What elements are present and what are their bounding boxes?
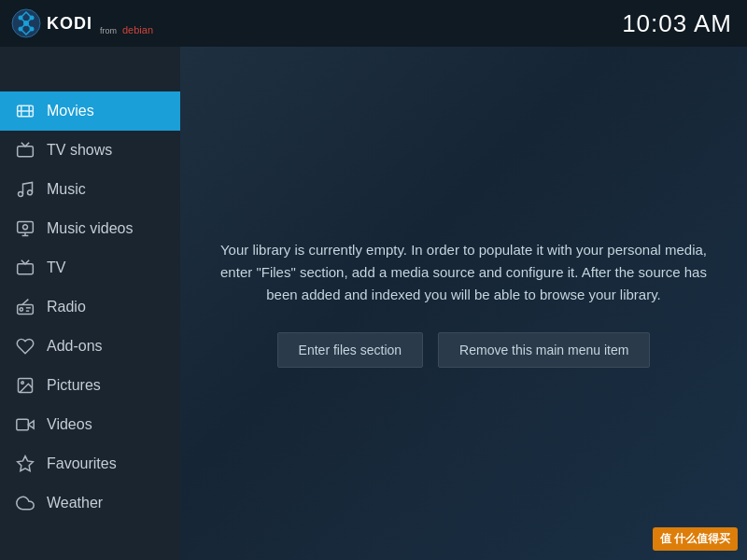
clock-display: 10:03 AM: [622, 9, 732, 38]
action-buttons: Enter files section Remove this main men…: [277, 332, 651, 368]
sidebar-label-weather: Weather: [47, 495, 103, 511]
tv-icon: [15, 258, 35, 278]
logo-area: KODI from debian: [11, 8, 153, 38]
svg-rect-17: [18, 222, 34, 233]
pictures-icon: [15, 375, 35, 396]
svg-point-18: [23, 225, 28, 230]
watermark: 值 什么值得买: [653, 527, 738, 551]
tvshows-icon: [15, 140, 35, 161]
sidebar-item-movies[interactable]: Movies: [0, 91, 180, 131]
svg-point-15: [19, 192, 23, 197]
svg-marker-28: [28, 421, 34, 428]
header: KODI from debian 10:03 AM: [0, 0, 747, 47]
favourites-icon: [15, 454, 35, 474]
music-icon: [15, 179, 35, 200]
sidebar-item-addons[interactable]: Add-ons: [0, 327, 180, 366]
sidebar-label-favourites: Favourites: [47, 455, 117, 472]
svg-point-2: [23, 21, 29, 26]
main-content: Your library is currently empty. In orde…: [180, 47, 747, 560]
svg-point-16: [28, 190, 33, 195]
svg-point-6: [19, 27, 23, 32]
sidebar-item-weather[interactable]: Weather: [0, 483, 180, 523]
sidebar-label-movies: Movies: [47, 103, 94, 119]
svg-point-23: [20, 308, 22, 311]
logo-debian-text: debian: [122, 24, 153, 35]
svg-rect-14: [18, 147, 34, 157]
weather-icon: [15, 493, 35, 513]
sidebar-label-musicvideos: Music videos: [47, 220, 133, 237]
svg-point-3: [19, 16, 23, 21]
kodi-logo-icon: [11, 8, 41, 38]
svg-rect-29: [17, 419, 28, 430]
sidebar-label-music: Music: [47, 181, 86, 198]
sidebar-item-tv[interactable]: TV: [0, 248, 180, 287]
sidebar: Movies TV shows Music: [0, 47, 180, 560]
sidebar-label-tv: TV: [47, 259, 65, 276]
sidebar-label-tvshows: TV shows: [47, 142, 112, 159]
sidebar-item-musicvideos[interactable]: Music videos: [0, 209, 180, 248]
videos-icon: [15, 414, 35, 435]
radio-icon: [15, 297, 35, 317]
sidebar-label-addons: Add-ons: [47, 338, 103, 355]
svg-point-4: [30, 16, 35, 21]
sidebar-item-music[interactable]: Music: [0, 170, 180, 209]
sidebar-label-radio: Radio: [47, 299, 86, 315]
addons-icon: [15, 336, 35, 357]
svg-rect-21: [18, 264, 34, 274]
sidebar-label-pictures: Pictures: [47, 377, 101, 394]
svg-point-27: [21, 382, 23, 385]
sidebar-item-tvshows[interactable]: TV shows: [0, 131, 180, 170]
sidebar-item-pictures[interactable]: Pictures: [0, 366, 180, 405]
svg-marker-30: [18, 456, 34, 471]
sidebar-item-videos[interactable]: Videos: [0, 405, 180, 444]
sidebar-label-videos: Videos: [47, 416, 92, 433]
empty-library-message: Your library is currently empty. In orde…: [218, 239, 710, 306]
logo-from-text: from: [100, 26, 117, 35]
enter-files-button[interactable]: Enter files section: [277, 332, 424, 368]
sidebar-item-radio[interactable]: Radio: [0, 287, 180, 327]
remove-menu-item-button[interactable]: Remove this main menu item: [438, 332, 650, 368]
kodi-wordmark: KODI: [47, 14, 92, 34]
musicvideos-icon: [15, 218, 35, 239]
movies-icon: [15, 101, 35, 121]
svg-point-5: [30, 27, 35, 32]
sidebar-item-favourites[interactable]: Favourites: [0, 444, 180, 483]
